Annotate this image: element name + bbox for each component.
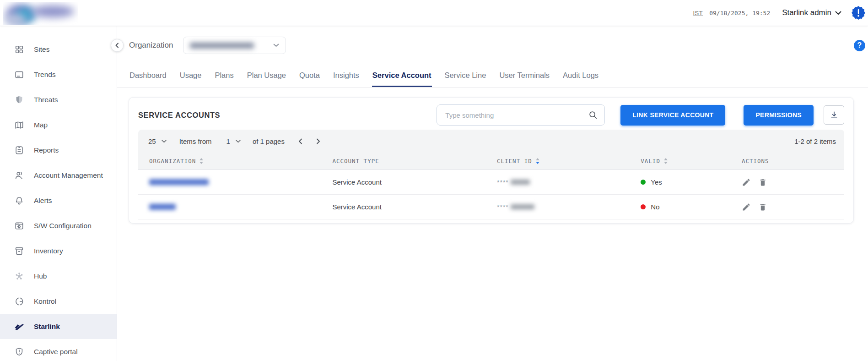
sort-icon bbox=[199, 158, 204, 164]
sidebar-item-label: Account Management bbox=[34, 171, 103, 180]
sidebar-item-label: Inventory bbox=[34, 247, 63, 255]
sidebar-nav: Sites Trends Threats bbox=[0, 26, 117, 361]
tab-usage[interactable]: Usage bbox=[179, 65, 202, 87]
map-icon bbox=[14, 120, 25, 131]
sidebar-item-map[interactable]: Map bbox=[0, 112, 117, 137]
status-dot-red bbox=[641, 204, 646, 209]
download-button[interactable] bbox=[824, 105, 844, 125]
tab-plans[interactable]: Plans bbox=[214, 65, 234, 87]
search-input[interactable] bbox=[445, 111, 588, 119]
tab-insights[interactable]: Insights bbox=[333, 65, 360, 87]
edit-icon[interactable] bbox=[742, 202, 751, 212]
tab-plan-usage[interactable]: Plan Usage bbox=[247, 65, 286, 87]
prev-page-icon[interactable] bbox=[298, 138, 302, 144]
sidebar-item-label: Kontrol bbox=[34, 297, 56, 306]
organization-bar: Organization ? bbox=[117, 26, 868, 65]
sidebar-item-starlink[interactable]: Starlink bbox=[0, 314, 117, 339]
organization-link-redacted[interactable] bbox=[149, 204, 176, 210]
link-service-account-button[interactable]: LINK SERVICE ACCOUNT bbox=[620, 105, 725, 126]
account-type-cell: Service Account bbox=[329, 178, 493, 186]
column-header-client-id[interactable]: CLIENT ID bbox=[493, 158, 637, 164]
sidebar-item-label: Starlink bbox=[34, 323, 60, 331]
tab-service-line[interactable]: Service Line bbox=[444, 65, 487, 87]
alert-badge-icon[interactable] bbox=[852, 6, 865, 20]
collapse-sidebar-button[interactable] bbox=[111, 39, 124, 52]
page-select[interactable]: 1 bbox=[226, 137, 241, 145]
table-controls-block: 25 Items from 1 of 1 pages bbox=[138, 130, 844, 170]
user-menu[interactable]: Starlink admin bbox=[782, 8, 841, 17]
sidebar-item-trends[interactable]: Trends bbox=[0, 62, 117, 87]
chevron-down-icon bbox=[835, 11, 841, 15]
user-icon bbox=[14, 170, 25, 181]
sidebar-item-label: Trends bbox=[34, 71, 56, 79]
sidebar-item-sites[interactable]: Sites bbox=[0, 37, 117, 62]
sidebar-item-hub[interactable]: Hub bbox=[0, 263, 117, 289]
user-menu-label: Starlink admin bbox=[782, 8, 831, 17]
organization-select[interactable] bbox=[183, 37, 286, 54]
sort-icon-desc-active bbox=[535, 158, 540, 164]
account-type-cell: Service Account bbox=[329, 203, 493, 211]
sidebar-item-label: Alerts bbox=[34, 197, 52, 205]
shield-exclamation-icon bbox=[14, 346, 25, 357]
organization-label: Organization bbox=[129, 41, 173, 50]
valid-cell: No bbox=[637, 203, 738, 211]
client-id-redacted bbox=[511, 180, 530, 185]
table-row: Service Account **** No bbox=[138, 195, 844, 219]
sidebar-item-kontrol[interactable]: Kontrol bbox=[0, 289, 117, 314]
table-header-row: ORGANIZATION ACCOUNT TYPE CLIENT ID VALI… bbox=[138, 153, 844, 170]
service-accounts-panel: SERVICE ACCOUNTS LINK SERVICE ACCOUNT PE… bbox=[129, 97, 854, 224]
client-id-cell: **** bbox=[493, 179, 637, 186]
column-header-actions: ACTIONS bbox=[738, 158, 837, 164]
page-size-value: 25 bbox=[148, 137, 156, 145]
sidebar-item-reports[interactable]: Reports bbox=[0, 137, 117, 163]
column-header-valid[interactable]: VALID bbox=[637, 158, 738, 164]
download-icon bbox=[830, 110, 839, 120]
bell-icon bbox=[14, 195, 25, 206]
archive-box-icon bbox=[14, 246, 25, 257]
top-bar: IST 09/18/2025, 19:52 Starlink admin bbox=[0, 0, 868, 26]
sidebar-item-account-management[interactable]: Account Management bbox=[0, 163, 117, 188]
valid-cell: Yes bbox=[637, 178, 738, 186]
main-content: Organization ? Dashboard Usage Plans Pla… bbox=[117, 26, 868, 361]
organization-link-redacted[interactable] bbox=[149, 179, 209, 185]
help-icon[interactable]: ? bbox=[854, 40, 865, 51]
sidebar-item-label: Map bbox=[34, 121, 48, 129]
tab-user-terminals[interactable]: User Terminals bbox=[499, 65, 550, 87]
tab-dashboard[interactable]: Dashboard bbox=[129, 65, 167, 87]
sidebar-item-label: Captive portal bbox=[34, 348, 78, 356]
sidebar-item-sw-configuration[interactable]: S/W Configuration bbox=[0, 213, 117, 238]
tab-quota[interactable]: Quota bbox=[299, 65, 320, 87]
client-id-redacted bbox=[511, 204, 534, 209]
report-icon bbox=[14, 145, 25, 156]
tab-audit-logs[interactable]: Audit Logs bbox=[562, 65, 599, 87]
edit-icon[interactable] bbox=[742, 178, 751, 187]
sidebar-item-captive-portal[interactable]: Captive portal bbox=[0, 339, 117, 361]
tab-bar: Dashboard Usage Plans Plan Usage Quota I… bbox=[117, 65, 868, 88]
sidebar-item-label: Threats bbox=[34, 96, 58, 104]
sidebar-item-threats[interactable]: Threats bbox=[0, 87, 117, 112]
delete-icon[interactable] bbox=[758, 202, 767, 212]
sidebar-item-label: Hub bbox=[34, 272, 47, 280]
datetime-label: 09/18/2025, 19:52 bbox=[709, 10, 770, 16]
items-from-label: Items from bbox=[179, 137, 212, 145]
client-id-cell: **** bbox=[493, 203, 637, 211]
delete-icon[interactable] bbox=[758, 178, 767, 187]
table-row: Service Account **** Yes bbox=[138, 170, 844, 195]
chevron-down-icon bbox=[273, 44, 279, 47]
page-size-select[interactable]: 25 bbox=[148, 137, 167, 145]
next-page-icon[interactable] bbox=[316, 138, 320, 144]
search-icon[interactable] bbox=[588, 110, 598, 120]
sidebar-item-alerts[interactable]: Alerts bbox=[0, 188, 117, 213]
sidebar-item-inventory[interactable]: Inventory bbox=[0, 238, 117, 263]
tab-service-account[interactable]: Service Account bbox=[372, 65, 432, 87]
panel-title: SERVICE ACCOUNTS bbox=[138, 111, 220, 120]
timezone-label[interactable]: IST bbox=[693, 10, 703, 16]
column-header-organization[interactable]: ORGANIZATION bbox=[146, 158, 329, 164]
sidebar-item-label: Reports bbox=[34, 146, 59, 154]
pages-count-label: of 1 pages bbox=[253, 137, 285, 145]
hub-nodes-icon bbox=[14, 271, 25, 282]
sidebar-item-label: S/W Configuration bbox=[34, 222, 92, 230]
display-icon bbox=[14, 69, 25, 80]
status-dot-green bbox=[641, 180, 646, 185]
permissions-button[interactable]: PERMISSIONS bbox=[744, 105, 814, 126]
